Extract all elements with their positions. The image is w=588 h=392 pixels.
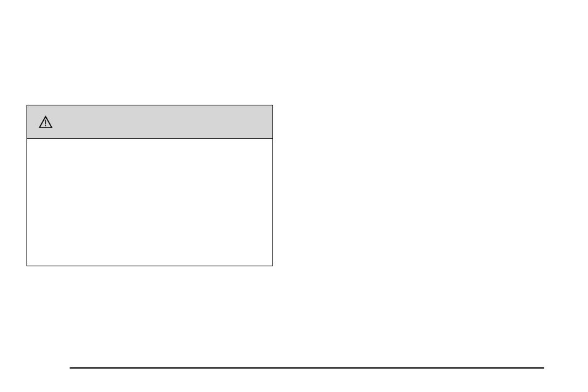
footer-horizontal-rule — [70, 367, 544, 369]
document-page — [0, 0, 588, 392]
warning-triangle-icon — [38, 115, 53, 129]
warning-box-header — [27, 105, 272, 139]
warning-box — [27, 105, 273, 266]
svg-point-1 — [45, 125, 46, 126]
warning-box-body — [27, 139, 272, 266]
